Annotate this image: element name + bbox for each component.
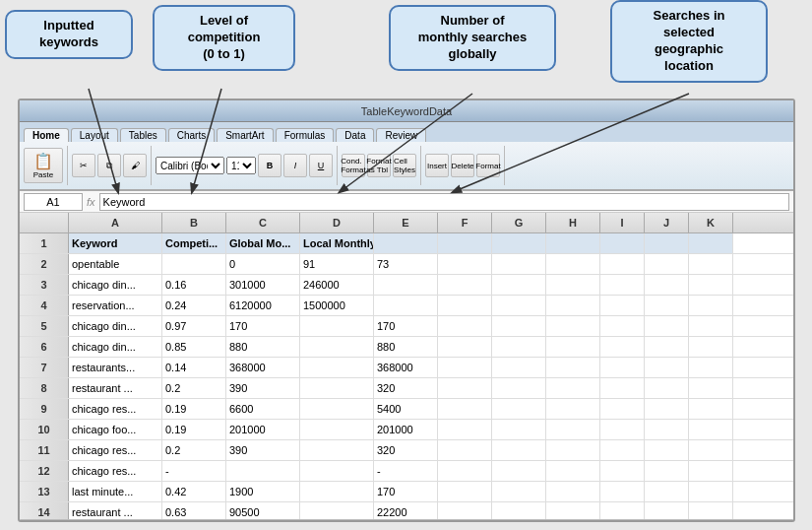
- cell[interactable]: [546, 378, 600, 398]
- cell[interactable]: Keyword: [69, 233, 162, 253]
- cell[interactable]: [438, 233, 492, 253]
- cell[interactable]: 201000: [226, 420, 300, 439]
- cell[interactable]: [374, 296, 438, 315]
- col-header-h[interactable]: H: [546, 213, 600, 232]
- cell[interactable]: 0.42: [162, 482, 226, 501]
- cell[interactable]: [300, 337, 374, 357]
- cell[interactable]: [546, 461, 600, 481]
- cell[interactable]: 0.19: [162, 399, 226, 419]
- cell[interactable]: 90500: [226, 502, 300, 519]
- cell[interactable]: [645, 316, 689, 336]
- cell[interactable]: [645, 337, 689, 357]
- cell[interactable]: [492, 233, 546, 253]
- cell[interactable]: chicago foo...: [69, 420, 162, 439]
- table-row[interactable]: 13last minute...0.421900170: [20, 482, 793, 502]
- cell[interactable]: [600, 296, 645, 315]
- cell[interactable]: 880: [374, 337, 438, 357]
- table-row[interactable]: 3chicago din...0.16301000246000: [20, 275, 793, 296]
- tab-smartart[interactable]: SmartArt: [217, 128, 273, 142]
- cell[interactable]: 368000: [226, 358, 300, 377]
- cell[interactable]: [600, 399, 645, 419]
- cell[interactable]: [546, 296, 600, 315]
- cell[interactable]: 320: [374, 440, 438, 460]
- cell[interactable]: [438, 502, 492, 519]
- cut-button[interactable]: ✂: [72, 154, 95, 177]
- cell[interactable]: 301000: [226, 275, 300, 295]
- cell[interactable]: [300, 399, 374, 419]
- cell[interactable]: [492, 378, 546, 398]
- cell[interactable]: [438, 316, 492, 336]
- cell[interactable]: chicago res...: [69, 440, 162, 460]
- col-header-b[interactable]: B: [162, 213, 226, 232]
- cell[interactable]: [600, 461, 645, 481]
- name-box[interactable]: [24, 193, 83, 211]
- insert-button[interactable]: Insert: [425, 154, 449, 177]
- cell[interactable]: [689, 296, 733, 315]
- cell[interactable]: 368000: [374, 358, 438, 377]
- format-button[interactable]: Format: [476, 154, 500, 177]
- italic-button[interactable]: I: [283, 154, 307, 177]
- cell[interactable]: 880: [226, 337, 300, 357]
- cell[interactable]: [689, 233, 733, 253]
- cell[interactable]: Competi...: [162, 233, 226, 253]
- cell[interactable]: -: [162, 461, 226, 481]
- cell[interactable]: [492, 316, 546, 336]
- cell[interactable]: [600, 482, 645, 501]
- cell[interactable]: 1900: [226, 482, 300, 501]
- cell[interactable]: 170: [374, 482, 438, 501]
- tab-formulas[interactable]: Formulas: [276, 128, 335, 142]
- cell[interactable]: 170: [374, 316, 438, 336]
- cell[interactable]: [645, 358, 689, 377]
- cell[interactable]: chicago res...: [69, 399, 162, 419]
- cell[interactable]: [492, 440, 546, 460]
- cell[interactable]: 91: [300, 254, 374, 274]
- cell[interactable]: [645, 296, 689, 315]
- cell[interactable]: [438, 378, 492, 398]
- cell[interactable]: 0.63: [162, 502, 226, 519]
- table-row[interactable]: 8restaurant ...0.2390320: [20, 378, 793, 399]
- cell[interactable]: [492, 502, 546, 519]
- cell[interactable]: [492, 358, 546, 377]
- cell[interactable]: [546, 502, 600, 519]
- cell[interactable]: chicago din...: [69, 316, 162, 336]
- cell[interactable]: [600, 275, 645, 295]
- cell[interactable]: [546, 420, 600, 439]
- cell[interactable]: 390: [226, 378, 300, 398]
- table-row[interactable]: 4reservation...0.2461200001500000: [20, 296, 793, 316]
- tab-review[interactable]: Review: [376, 128, 426, 142]
- col-header-k[interactable]: K: [689, 213, 733, 232]
- table-row[interactable]: 5chicago din...0.97170170: [20, 316, 793, 337]
- cell[interactable]: Global Mo...: [226, 233, 300, 253]
- conditional-format-button[interactable]: Cond.Format: [342, 154, 365, 177]
- cell[interactable]: [300, 358, 374, 377]
- format-as-table-button[interactable]: Formatas Tbl: [367, 154, 391, 177]
- font-size-select[interactable]: 11: [226, 157, 256, 174]
- cell[interactable]: [645, 275, 689, 295]
- cell[interactable]: 246000: [300, 275, 374, 295]
- cell[interactable]: [689, 254, 733, 274]
- table-row[interactable]: 6chicago din...0.85880880: [20, 337, 793, 358]
- cell[interactable]: [689, 482, 733, 501]
- cell[interactable]: [600, 337, 645, 357]
- cell[interactable]: [689, 378, 733, 398]
- font-select[interactable]: Calibri (Body): [156, 157, 224, 174]
- cell[interactable]: [300, 502, 374, 519]
- cell[interactable]: 170: [226, 316, 300, 336]
- cell[interactable]: [438, 399, 492, 419]
- cell[interactable]: [600, 440, 645, 460]
- cell[interactable]: [438, 461, 492, 481]
- col-header-c[interactable]: C: [226, 213, 300, 232]
- cell[interactable]: [492, 399, 546, 419]
- bold-button[interactable]: B: [258, 154, 281, 177]
- cell[interactable]: [374, 275, 438, 295]
- cell[interactable]: [689, 502, 733, 519]
- cell[interactable]: [438, 296, 492, 315]
- cell[interactable]: [645, 399, 689, 419]
- cell[interactable]: [689, 337, 733, 357]
- cell[interactable]: 5400: [374, 399, 438, 419]
- cell[interactable]: [300, 316, 374, 336]
- tab-charts[interactable]: Charts: [168, 128, 215, 142]
- cell[interactable]: [546, 233, 600, 253]
- tab-tables[interactable]: Tables: [120, 128, 166, 142]
- col-header-i[interactable]: I: [600, 213, 645, 232]
